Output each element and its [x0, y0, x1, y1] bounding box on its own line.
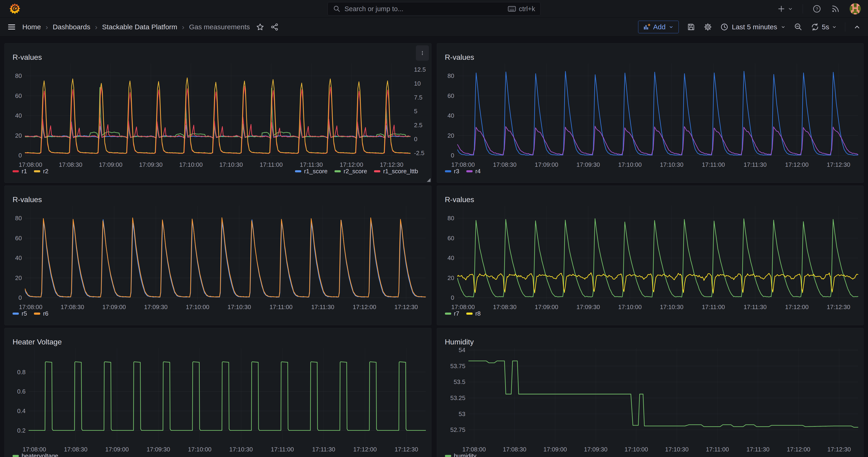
legend-item-r5[interactable]: r5	[12, 310, 27, 317]
search-placeholder: Search or jump to...	[344, 5, 403, 13]
series-line-r3	[458, 71, 858, 155]
x-axis-label: 17:10:30	[660, 304, 683, 310]
panel-title[interactable]: Humidity	[445, 338, 474, 346]
svg-text:?: ?	[816, 6, 818, 11]
chart-canvas[interactable]: 020406080-2.502.557.51012.517:08:0017:08…	[5, 43, 431, 183]
y-axis-label: 54	[459, 346, 465, 354]
legend-item-r6[interactable]: r6	[34, 310, 48, 317]
y-axis-label: 80	[15, 215, 22, 222]
legend-series-label: r1_score	[304, 168, 328, 175]
series-line-r7	[458, 219, 858, 297]
y-axis-right-label: 12.5	[414, 66, 426, 73]
time-range-picker[interactable]: Last 5 minutes	[720, 23, 786, 31]
panel-r-values-2: R-values r3r4 02040608017:08:0017:08:301…	[437, 43, 864, 183]
y-axis-label: 20	[447, 132, 454, 139]
panel-menu-button[interactable]	[416, 45, 429, 61]
refresh-picker[interactable]: 5s	[811, 23, 837, 31]
x-axis-label: 17:10:00	[188, 446, 211, 453]
y-axis-label: 40	[447, 112, 454, 119]
chart-canvas[interactable]: 02040608017:08:0017:08:3017:09:0017:09:3…	[437, 186, 864, 325]
x-axis-label: 17:08:30	[64, 446, 87, 453]
legend-item-r8[interactable]: r8	[466, 310, 481, 317]
breadcrumb-home[interactable]: Home	[22, 23, 41, 31]
new-menu-button[interactable]	[777, 5, 794, 13]
chart-canvas[interactable]: 02040608017:08:0017:08:3017:09:0017:09:3…	[5, 186, 431, 325]
x-axis-label: 17:11:30	[743, 304, 767, 310]
collapse-toolbar-button[interactable]	[853, 23, 861, 31]
save-dashboard-button[interactable]	[687, 23, 695, 31]
legend-item-r3[interactable]: r3	[445, 168, 459, 175]
chart-canvas[interactable]: 52.755353.2553.553.755417:08:0017:08:301…	[437, 328, 864, 457]
legend-item-r2_score[interactable]: r2_score	[335, 168, 367, 175]
y-axis-label: 80	[15, 72, 22, 79]
favorite-button[interactable]	[256, 23, 264, 31]
chevron-down-icon	[832, 24, 837, 30]
legend-series-color-chip	[374, 170, 380, 172]
x-axis-label: 17:11:00	[271, 446, 294, 453]
y-axis-label: 20	[15, 132, 22, 139]
grafana-logo[interactable]	[9, 3, 21, 14]
panel-title[interactable]: Heater Voltage	[12, 338, 62, 346]
dashboard-settings-button[interactable]	[704, 23, 712, 31]
y-axis-right-label: -2.5	[414, 150, 425, 156]
x-axis-label: 17:09:00	[543, 446, 567, 453]
chart-canvas[interactable]: 0.20.40.60.817:08:0017:08:3017:09:0017:0…	[5, 328, 431, 457]
y-axis-label: 0	[451, 152, 454, 159]
plus-icon	[777, 5, 785, 13]
y-axis-label: 20	[15, 274, 22, 281]
search-icon	[333, 5, 341, 13]
legend-series-color-chip	[12, 455, 19, 457]
add-panel-button[interactable]: Add	[638, 21, 679, 33]
panel-title[interactable]: R-values	[12, 195, 42, 204]
legend-item-heatervoltage[interactable]: heatervoltage	[12, 452, 58, 457]
legend-series-label: r1_score_lttb	[383, 168, 418, 175]
legend-group-left: humidity	[445, 452, 476, 457]
x-axis-label: 17:12:00	[787, 446, 810, 453]
x-axis-label: 17:10:30	[219, 161, 243, 168]
legend-series-label: humidity	[454, 452, 476, 457]
x-axis-label: 17:12:00	[785, 161, 808, 168]
x-axis-label: 17:08:30	[61, 304, 84, 310]
share-icon	[270, 23, 279, 31]
legend-group-left: heatervoltage	[12, 452, 58, 457]
breadcrumb-folder[interactable]: Stackable Data Platform	[102, 23, 177, 31]
y-axis-label: 0	[19, 152, 22, 159]
x-axis-label: 17:09:00	[105, 446, 129, 453]
breadcrumb-dashboards[interactable]: Dashboards	[53, 23, 90, 31]
help-button[interactable]: ?	[812, 4, 822, 13]
panel-title[interactable]: R-values	[445, 195, 474, 204]
legend-item-r4[interactable]: r4	[466, 168, 481, 175]
top-navigation-bar: Search or jump to... ctrl+k	[0, 0, 868, 18]
y-axis-label: 0.2	[17, 427, 26, 434]
legend-item-r1_score[interactable]: r1_score	[295, 168, 328, 175]
series-line-r5	[25, 219, 426, 297]
panel-legend: r1r2r1_scorer2_scorer1_score_lttb	[12, 168, 418, 175]
legend-item-r1[interactable]: r1	[12, 168, 27, 175]
x-axis-label: 17:11:00	[270, 304, 292, 310]
panel-resize-handle[interactable]	[427, 178, 431, 182]
y-axis-label: 60	[15, 235, 22, 242]
legend-group-left: r5r6	[12, 310, 48, 317]
breadcrumb-separator: ›	[45, 23, 48, 31]
y-axis-label: 0.4	[17, 407, 26, 415]
share-button[interactable]	[270, 23, 279, 31]
x-axis-label: 17:10:00	[618, 161, 642, 168]
x-axis-label: 17:10:30	[665, 446, 688, 453]
x-axis-label: 17:12:00	[353, 446, 377, 453]
x-axis-label: 17:08:30	[503, 446, 526, 453]
bar-chart-plus-icon	[643, 23, 650, 31]
panel-title[interactable]: R-values	[445, 53, 474, 62]
legend-item-r1_score_lttb[interactable]: r1_score_lttb	[374, 168, 418, 175]
news-button[interactable]	[831, 4, 840, 13]
mega-menu-button[interactable]	[7, 22, 16, 32]
legend-item-r2[interactable]: r2	[34, 168, 48, 175]
refresh-interval-label: 5s	[822, 23, 829, 31]
search-input[interactable]: Search or jump to... ctrl+k	[328, 2, 540, 16]
panel-title[interactable]: R-values	[12, 53, 42, 62]
chart-canvas[interactable]: 02040608017:08:0017:08:3017:09:0017:09:3…	[437, 43, 864, 183]
user-avatar[interactable]	[849, 3, 861, 14]
y-axis-label: 40	[15, 112, 22, 119]
zoom-out-button[interactable]	[794, 23, 803, 31]
legend-item-humidity[interactable]: humidity	[445, 452, 476, 457]
legend-item-r7[interactable]: r7	[445, 310, 459, 317]
